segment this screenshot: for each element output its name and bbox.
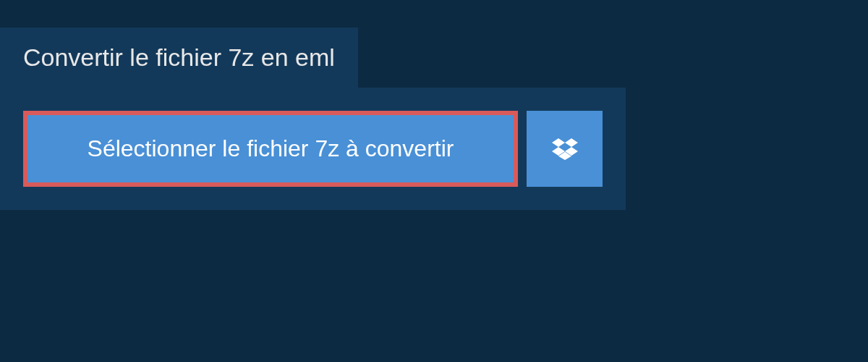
upload-panel: Sélectionner le fichier 7z à convertir <box>0 88 626 210</box>
select-file-button[interactable]: Sélectionner le fichier 7z à convertir <box>23 111 518 187</box>
select-file-label: Sélectionner le fichier 7z à convertir <box>88 135 454 162</box>
dropbox-icon <box>552 136 578 162</box>
dropbox-button[interactable] <box>527 111 603 187</box>
page-title: Convertir le fichier 7z en eml <box>0 28 358 88</box>
